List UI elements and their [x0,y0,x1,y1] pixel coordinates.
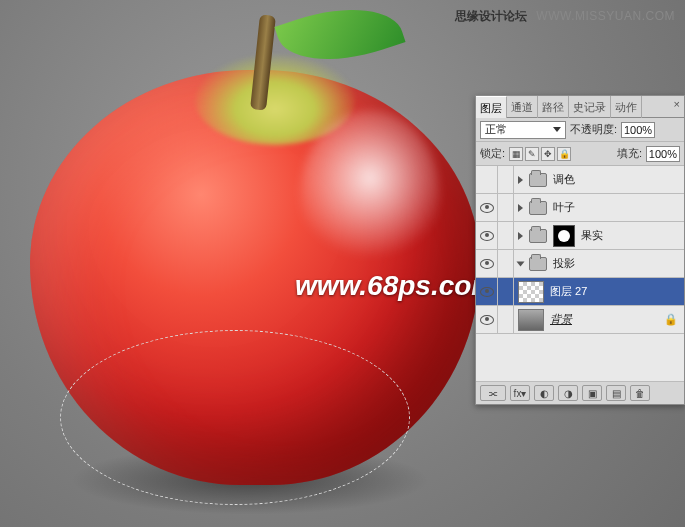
tab-history[interactable]: 史记录 [569,96,611,118]
watermark-site-name: 思缘设计论坛 [455,9,527,23]
blend-mode-select[interactable]: 正常 [480,121,566,139]
fill-input[interactable]: 100% [646,146,680,162]
layer-thumbnail[interactable] [518,281,544,303]
layer-row-layer27[interactable]: 图层 27 [476,278,684,306]
lock-all-icon[interactable]: 🔒 [557,147,571,161]
adjustment-layer-button[interactable]: ◑ [558,385,578,401]
tab-paths[interactable]: 路径 [538,96,569,118]
watermark-center: www.68ps.com [295,270,496,302]
blend-mode-value: 正常 [485,122,507,137]
tab-channels[interactable]: 通道 [507,96,538,118]
layer-list: 调色 叶子 果实 [476,166,684,382]
disclosure-triangle-icon[interactable] [518,204,523,212]
opacity-input[interactable]: 100% [621,122,655,138]
visibility-toggle[interactable] [476,166,498,193]
layer-thumbnail[interactable] [518,309,544,331]
folder-icon [529,201,547,215]
lock-buttons: ▦ ✎ ✥ 🔒 [509,147,571,161]
disclosure-triangle-icon[interactable] [518,176,523,184]
visibility-toggle[interactable] [476,194,498,221]
lock-fill-row: 锁定: ▦ ✎ ✥ 🔒 填充: 100% [476,142,684,166]
layer-row-shadow-group[interactable]: 投影 [476,250,684,278]
fill-label: 填充: [617,146,642,161]
eye-icon [480,231,494,241]
layer-name: 背景 [550,312,572,327]
disclosure-triangle-icon[interactable] [518,232,523,240]
layer-name: 投影 [553,256,575,271]
eye-icon [480,203,494,213]
layer-row-background[interactable]: 背景 🔒 [476,306,684,334]
layer-name: 图层 27 [550,284,587,299]
layer-row-adjust-group[interactable]: 调色 [476,166,684,194]
layer-name: 调色 [553,172,575,187]
watermark-top: 思缘设计论坛 WWW.MISSYUAN.COM [455,8,675,25]
layer-row-fruit-group[interactable]: 果实 [476,222,684,250]
new-group-button[interactable]: ▣ [582,385,602,401]
layer-row-leaf-group[interactable]: 叶子 [476,194,684,222]
visibility-toggle[interactable] [476,306,498,333]
layer-name: 叶子 [553,200,575,215]
lock-pixels-icon[interactable]: ✎ [525,147,539,161]
eye-icon [480,259,494,269]
layer-mask-thumb[interactable] [553,225,575,247]
panel-tabs: 图层 通道 路径 史记录 动作 × [476,96,684,118]
layer-name: 果实 [581,228,603,243]
lock-position-icon[interactable]: ✥ [541,147,555,161]
eye-icon [480,287,494,297]
new-layer-button[interactable]: ▤ [606,385,626,401]
layers-panel: 图层 通道 路径 史记录 动作 × 正常 不透明度: 100% 锁定: ▦ ✎ … [475,95,685,405]
link-layers-button[interactable]: ⫘ [480,385,506,401]
visibility-toggle[interactable] [476,278,498,305]
layer-list-empty-area[interactable] [476,334,684,382]
chevron-down-icon [553,127,561,132]
opacity-label: 不透明度: [570,122,617,137]
visibility-toggle[interactable] [476,250,498,277]
eye-icon [480,315,494,325]
folder-icon [529,173,547,187]
panel-close-icon[interactable]: × [670,96,684,118]
layer-fx-button[interactable]: fx▾ [510,385,530,401]
folder-icon [529,257,547,271]
lock-icon: 🔒 [664,313,678,326]
lock-transparent-icon[interactable]: ▦ [509,147,523,161]
add-mask-button[interactable]: ◐ [534,385,554,401]
watermark-site-url: WWW.MISSYUAN.COM [536,9,675,23]
blend-opacity-row: 正常 不透明度: 100% [476,118,684,142]
disclosure-triangle-icon[interactable] [517,261,525,266]
tab-layers[interactable]: 图层 [476,96,507,118]
elliptical-selection-marquee [60,330,410,505]
panel-footer: ⫘ fx▾ ◐ ◑ ▣ ▤ 🗑 [476,382,684,404]
visibility-toggle[interactable] [476,222,498,249]
delete-layer-button[interactable]: 🗑 [630,385,650,401]
lock-label: 锁定: [480,146,505,161]
tab-actions[interactable]: 动作 [611,96,642,118]
folder-icon [529,229,547,243]
